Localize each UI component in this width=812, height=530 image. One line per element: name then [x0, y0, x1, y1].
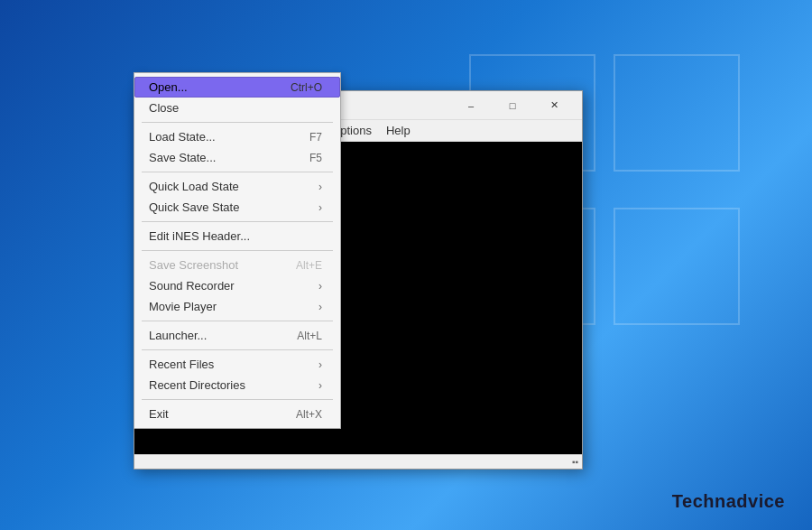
menu-item-save-screenshot: Save ScreenshotAlt+E: [134, 255, 340, 275]
menu-item-label-open: Open...: [149, 80, 188, 94]
menu-item-label-launcher: Launcher...: [149, 329, 207, 342]
menu-item-load-state[interactable]: Load State...F7: [134, 126, 340, 147]
status-text: ▪▪: [572, 457, 578, 467]
menu-separator-16: [142, 349, 333, 350]
menu-item-arrow-movie-player: ›: [318, 301, 322, 313]
menu-item-shortcut-save-state: F5: [309, 152, 322, 164]
menu-separator-14: [142, 321, 333, 321]
menu-item-arrow-quick-save-state: ›: [318, 201, 322, 214]
menu-item-sound-recorder[interactable]: Sound Recorder›: [134, 275, 340, 296]
menu-separator-8: [142, 221, 333, 222]
menu-item-label-edit-ines: Edit iNES Header...: [149, 229, 250, 243]
menu-item-quick-save-state[interactable]: Quick Save State›: [134, 197, 340, 218]
watermark: Technadvice: [672, 491, 785, 512]
menu-separator-10: [142, 250, 333, 251]
menu-item-shortcut-load-state: F7: [309, 131, 322, 144]
file-dropdown-menu: Open...Ctrl+OCloseLoad State...F7Save St…: [134, 72, 341, 429]
menu-item-save-state[interactable]: Save State...F5: [134, 147, 340, 168]
menu-item-label-quick-save-state: Quick Save State: [149, 200, 239, 214]
menu-item-label-exit: Exit: [149, 407, 169, 421]
menu-item-arrow-recent-dirs: ›: [318, 379, 322, 392]
menu-item-label-movie-player: Movie Player: [149, 300, 217, 313]
menu-separator-2: [142, 122, 333, 123]
menu-item-movie-player[interactable]: Movie Player›: [134, 296, 340, 317]
menu-item-label-recent-files: Recent Files: [149, 358, 214, 371]
menu-item-launcher[interactable]: Launcher...Alt+L: [134, 325, 340, 346]
menu-item-shortcut-save-screenshot: Alt+E: [296, 259, 322, 272]
menu-item-shortcut-exit: Alt+X: [296, 408, 322, 421]
menu-item-label-save-state: Save State...: [149, 151, 216, 164]
menu-item-exit[interactable]: ExitAlt+X: [134, 404, 340, 424]
desktop: Technadvice Nestopia – □ ✕ File Machine: [0, 0, 812, 530]
menu-item-label-quick-load-state: Quick Load State: [149, 180, 239, 193]
menu-help[interactable]: Help: [379, 122, 418, 139]
menu-item-label-load-state: Load State...: [149, 130, 216, 144]
menu-item-quick-load-state[interactable]: Quick Load State›: [134, 176, 340, 197]
menu-item-label-save-screenshot: Save Screenshot: [149, 258, 238, 272]
menu-item-shortcut-open: Ctrl+O: [291, 81, 322, 94]
window-controls: – □ ✕: [450, 91, 575, 120]
menu-item-close[interactable]: Close: [134, 98, 340, 118]
menu-separator-19: [142, 399, 333, 400]
status-bar: ▪▪: [134, 454, 582, 469]
menu-item-open[interactable]: Open...Ctrl+O: [134, 77, 340, 98]
menu-item-label-recent-dirs: Recent Directories: [149, 378, 245, 392]
menu-item-recent-files[interactable]: Recent Files›: [134, 354, 340, 375]
menu-item-label-sound-recorder: Sound Recorder: [149, 279, 235, 293]
minimize-button[interactable]: –: [450, 91, 492, 120]
maximize-button[interactable]: □: [492, 91, 533, 120]
menu-item-arrow-quick-load-state: ›: [318, 181, 322, 193]
menu-item-label-close: Close: [149, 101, 179, 115]
menu-item-arrow-sound-recorder: ›: [318, 280, 322, 293]
menu-separator-5: [142, 172, 333, 172]
close-button[interactable]: ✕: [533, 91, 575, 120]
menu-item-recent-dirs[interactable]: Recent Directories›: [134, 375, 340, 395]
menu-item-shortcut-launcher: Alt+L: [297, 330, 322, 342]
menu-item-edit-ines[interactable]: Edit iNES Header...: [134, 226, 340, 246]
menu-item-arrow-recent-files: ›: [318, 358, 322, 371]
